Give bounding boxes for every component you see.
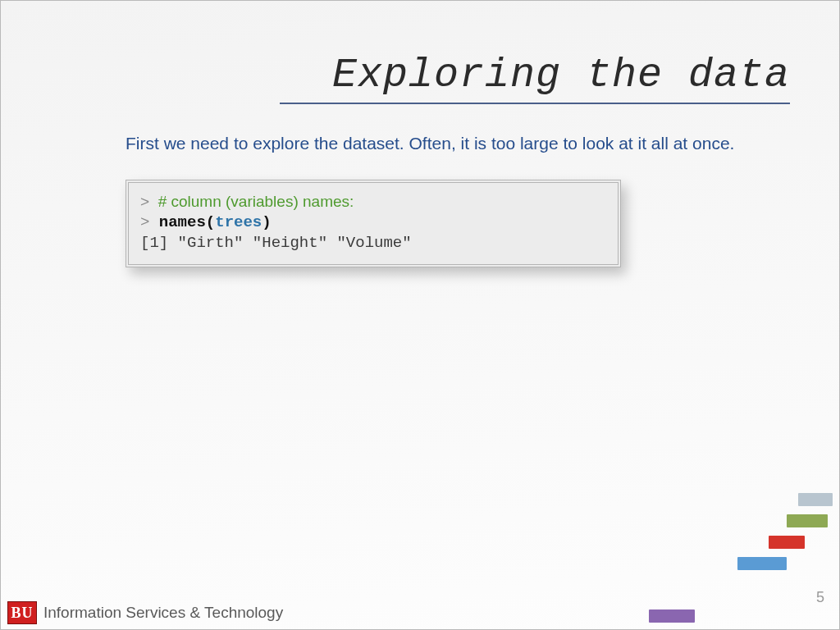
title-underline — [280, 103, 790, 104]
accent-chip-purple — [649, 609, 695, 623]
code-arg: trees — [215, 213, 262, 231]
code-comment: # column (variables) names: — [158, 193, 354, 210]
footer-org: Information Services & Technology — [43, 604, 283, 622]
code-output: [1] "Girth" "Height" "Volume" — [140, 233, 606, 254]
prompt-symbol: > — [140, 213, 149, 231]
accent-chip-green — [787, 514, 828, 527]
prompt-symbol: > — [140, 193, 149, 210]
code-func: names( — [159, 213, 215, 231]
page-number: 5 — [816, 589, 824, 606]
slide: Exploring the data First we need to expl… — [0, 0, 840, 630]
bu-logo: BU — [7, 601, 37, 624]
slide-subtitle: First we need to explore the dataset. Of… — [126, 134, 734, 153]
code-line-command: > names(trees) — [140, 212, 606, 234]
code-line-comment: > # column (variables) names: — [140, 191, 606, 212]
footer: BU Information Services & Technology — [1, 596, 283, 629]
accent-chip-gray — [798, 493, 833, 506]
code-block: > # column (variables) names: > names(tr… — [126, 180, 621, 267]
accent-chip-red — [769, 536, 805, 549]
code-func-close: ) — [262, 213, 271, 231]
accent-chip-blue — [737, 557, 787, 570]
slide-title: Exploring the data — [332, 52, 790, 98]
